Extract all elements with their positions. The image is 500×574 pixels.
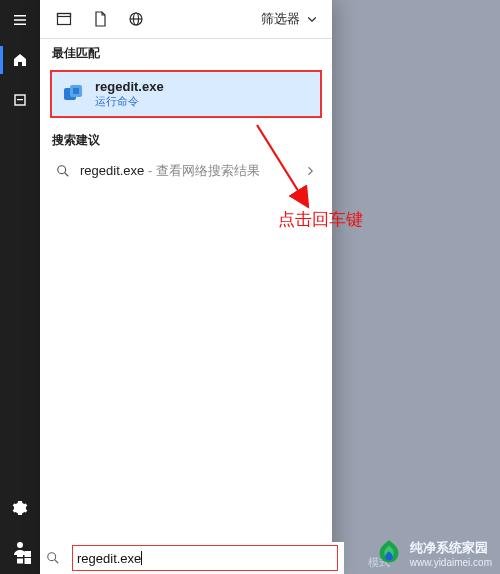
search-panel: 筛选器 最佳匹配 regedit.exe 运行命令 搜索建议 regedit.e… bbox=[40, 0, 332, 574]
svg-rect-13 bbox=[73, 88, 79, 94]
svg-rect-19 bbox=[17, 559, 23, 564]
search-icon bbox=[56, 164, 70, 178]
svg-rect-0 bbox=[14, 15, 26, 17]
search-icon bbox=[46, 551, 60, 565]
chevron-down-icon bbox=[306, 13, 318, 25]
filters-dropdown[interactable]: 筛选器 bbox=[261, 10, 326, 28]
sidebar-menu[interactable] bbox=[0, 0, 40, 40]
suggestion-label: regedit.exe - 查看网络搜索结果 bbox=[80, 161, 260, 180]
svg-point-21 bbox=[48, 553, 56, 561]
sidebar-settings[interactable] bbox=[0, 488, 40, 528]
search-input[interactable]: regedit.exe bbox=[72, 545, 338, 571]
chevron-right-icon bbox=[304, 165, 316, 177]
svg-line-15 bbox=[65, 172, 69, 176]
svg-point-14 bbox=[58, 165, 66, 173]
start-sidebar bbox=[0, 0, 40, 574]
regedit-icon bbox=[61, 82, 85, 106]
svg-rect-2 bbox=[14, 24, 26, 26]
svg-rect-20 bbox=[25, 558, 32, 564]
result-subtitle: 运行命令 bbox=[95, 94, 164, 109]
taskbar: regedit.exe bbox=[0, 542, 500, 574]
sidebar-home[interactable] bbox=[0, 40, 40, 80]
tab-documents-icon[interactable] bbox=[82, 3, 118, 35]
filters-label: 筛选器 bbox=[261, 10, 300, 28]
start-button[interactable] bbox=[8, 542, 40, 574]
best-match-result[interactable]: regedit.exe 运行命令 bbox=[50, 70, 322, 118]
section-best-match: 最佳匹配 bbox=[40, 39, 332, 66]
svg-rect-17 bbox=[17, 552, 23, 557]
search-panel-header: 筛选器 bbox=[40, 0, 332, 39]
svg-rect-1 bbox=[14, 19, 26, 21]
search-suggestion[interactable]: regedit.exe - 查看网络搜索结果 bbox=[40, 153, 332, 188]
result-title: regedit.exe bbox=[95, 79, 164, 94]
svg-rect-7 bbox=[58, 14, 71, 17]
tab-all-icon[interactable] bbox=[46, 3, 82, 35]
taskbar-search[interactable]: regedit.exe bbox=[40, 542, 344, 574]
sidebar-history[interactable] bbox=[0, 80, 40, 120]
windows-icon bbox=[16, 550, 32, 566]
tab-web-icon[interactable] bbox=[118, 3, 154, 35]
svg-line-22 bbox=[55, 560, 59, 564]
svg-rect-18 bbox=[25, 551, 32, 557]
section-suggestions: 搜索建议 bbox=[40, 126, 332, 153]
svg-rect-6 bbox=[58, 14, 71, 25]
svg-rect-4 bbox=[17, 99, 23, 100]
